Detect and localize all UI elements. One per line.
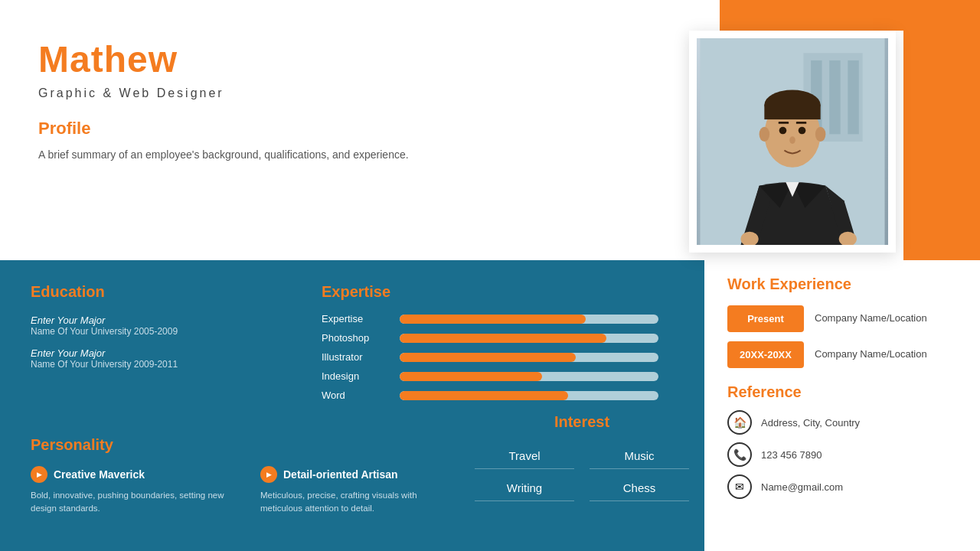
edu-major-1: Enter Your Major: [31, 315, 306, 326]
skill-bar-bg-0: [400, 315, 658, 324]
svg-rect-16: [796, 122, 807, 124]
personality-desc-1: Bold, innovative, pushing boundaries, se…: [31, 489, 230, 516]
work-badge-1: 20XX-20XX: [727, 341, 804, 368]
top-section: Mathew Graphic & Web Designer Profile A …: [0, 0, 597, 260]
svg-rect-4: [848, 60, 858, 134]
svg-rect-15: [779, 122, 789, 124]
work-entry-1: 20XX-20XX Company Name/Location: [727, 341, 957, 368]
skill-label-4: Word: [322, 390, 390, 401]
orange-right-bar: [903, 0, 980, 260]
edu-university-1: Name Of Your University 2005-2009: [31, 326, 306, 337]
ref-text-1: 123 456 7890: [761, 449, 822, 461]
work-entry-0: Present Company Name/Location: [727, 305, 957, 332]
photo-placeholder: [697, 38, 888, 245]
skill-row-3: Indesign: [322, 370, 658, 382]
person-image: [697, 38, 888, 245]
personality-title-row-2: Detail-oriented Artisan: [260, 466, 459, 483]
personality-item-1: Creative Maverick Bold, innovative, push…: [31, 466, 230, 516]
work-company-1: Company Name/Location: [815, 347, 927, 361]
skill-bar-fill-0: [400, 315, 586, 324]
skill-bar-bg-4: [400, 391, 658, 400]
reference-heading: Reference: [727, 383, 957, 401]
svg-point-13: [779, 127, 787, 135]
edu-major-2: Enter Your Major: [31, 347, 306, 359]
bottom-blue-section: Education Enter Your Major Name Of Your …: [0, 260, 704, 551]
personality-items: Creative Maverick Bold, innovative, push…: [31, 466, 459, 516]
skill-bar-fill-1: [400, 334, 606, 343]
expertise-column: Expertise Expertise Photoshop Illustrato…: [322, 283, 658, 409]
ref-item-1: 📞 123 456 7890: [727, 442, 957, 467]
skill-bar-bg-2: [400, 353, 658, 362]
skill-bar-fill-3: [400, 372, 542, 381]
ref-text-0: Address, City, Country: [761, 417, 860, 429]
education-column: Education Enter Your Major Name Of Your …: [31, 283, 306, 380]
bottom-right-section: Work Experience Present Company Name/Loc…: [704, 260, 980, 551]
name-heading: Mathew: [38, 38, 559, 80]
skill-row-4: Word: [322, 390, 658, 401]
photo-area: [689, 31, 896, 253]
ref-item-2: ✉ Name@gmail.com: [727, 474, 957, 499]
interest-item-2: Writing: [475, 475, 574, 501]
chevron-icon-2: [260, 466, 277, 483]
interest-item-0: Travel: [475, 443, 574, 469]
interest-item-3: Chess: [590, 475, 689, 501]
skill-bar-bg-1: [400, 334, 658, 343]
svg-point-11: [760, 127, 770, 142]
work-badge-0: Present: [727, 305, 804, 332]
personality-heading: Personality: [31, 436, 459, 454]
svg-point-17: [789, 136, 795, 144]
skill-bars-container: Expertise Photoshop Illustrator Indesign…: [322, 313, 658, 401]
personality-title-1: Creative Maverick: [54, 468, 145, 481]
personality-title-2: Detail-oriented Artisan: [283, 468, 398, 481]
orange-top-bar: [720, 0, 980, 31]
svg-point-14: [799, 127, 806, 135]
ref-text-2: Name@gmail.com: [761, 481, 843, 493]
work-company-0: Company Name/Location: [815, 311, 927, 325]
svg-rect-3: [829, 60, 840, 134]
personality-desc-2: Meticulous, precise, crafting visuals wi…: [260, 489, 459, 516]
profile-text: A brief summary of an employee's backgro…: [38, 146, 559, 163]
skill-label-1: Photoshop: [322, 332, 390, 344]
personality-section: Personality Creative Maverick Bold, inno…: [31, 436, 459, 516]
ref-icon-2: ✉: [727, 474, 752, 499]
chevron-icon-1: [31, 466, 47, 483]
skill-bar-fill-4: [400, 391, 568, 400]
personality-title-row-1: Creative Maverick: [31, 466, 230, 483]
interest-grid: TravelMusicWritingChess: [475, 443, 689, 501]
ref-item-0: 🏠 Address, City, Country: [727, 410, 957, 435]
work-entries-container: Present Company Name/Location 20XX-20XX …: [727, 305, 957, 368]
edu-entry-2: Enter Your Major Name Of Your University…: [31, 347, 306, 370]
svg-rect-10: [764, 105, 820, 119]
interest-section: Interest TravelMusicWritingChess: [475, 413, 689, 501]
education-heading: Education: [31, 283, 306, 301]
work-experience-heading: Work Experience: [727, 276, 957, 293]
skill-label-0: Expertise: [322, 313, 390, 324]
reference-items-container: 🏠 Address, City, Country 📞 123 456 7890 …: [727, 410, 957, 499]
interest-heading: Interest: [475, 413, 689, 431]
job-title: Graphic & Web Designer: [38, 86, 559, 100]
interest-item-1: Music: [590, 443, 689, 469]
expertise-heading: Expertise: [322, 283, 658, 301]
skill-row-0: Expertise: [322, 313, 658, 324]
skill-bar-fill-2: [400, 353, 576, 362]
skill-label-3: Indesign: [322, 370, 390, 382]
ref-icon-0: 🏠: [727, 410, 752, 435]
profile-heading: Profile: [38, 119, 559, 139]
svg-point-12: [815, 127, 826, 142]
personality-item-2: Detail-oriented Artisan Meticulous, prec…: [260, 466, 459, 516]
edu-university-2: Name Of Your University 2009-2011: [31, 359, 306, 370]
skill-bar-bg-3: [400, 372, 658, 381]
skill-label-2: Illustrator: [322, 351, 390, 363]
ref-icon-1: 📞: [727, 442, 752, 467]
edu-entry-1: Enter Your Major Name Of Your University…: [31, 315, 306, 337]
skill-row-2: Illustrator: [322, 351, 658, 363]
skill-row-1: Photoshop: [322, 332, 658, 344]
